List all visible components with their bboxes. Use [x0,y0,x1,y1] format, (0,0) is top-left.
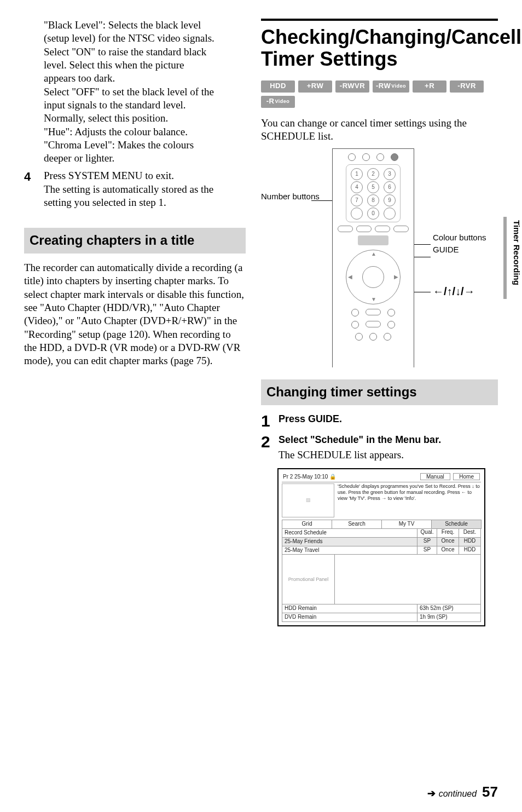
leader-line [414,257,431,257]
ss-tab-search: Search [332,520,382,529]
badge-minus-rvideo: -RVideo [261,96,295,108]
key-clear [351,208,363,220]
leader-line [414,292,431,292]
button-icon [366,309,381,315]
badge-minus-rwvideo: -RWVideo [373,80,409,93]
colour-blue-icon [393,226,409,232]
step-body: Press SYSTEM MENU to exit. The setting i… [44,169,213,209]
key-6: 6 [384,181,396,193]
key-2: 2 [367,168,379,180]
text-line: Select "ON" to raise the standard black [44,45,246,59]
button-icon [391,153,398,161]
ss-dvd-remain-label: DVD Remain [282,613,417,621]
label-number-buttons: Number buttons [261,191,320,201]
text-line: "Chroma Level": Makes the colours [44,139,246,152]
button-icon [376,153,384,161]
number-keypad: 123 456 789 0 [346,164,401,222]
ss-promo-area: Promotional Panel [282,555,481,604]
side-tab-label: Timer Recording [512,220,522,285]
ss-info-text: 'Schedule' displays programmes you've Se… [334,483,481,517]
ss-hdd-remain-label: HDD Remain [282,604,417,613]
continued-arrow-icon: ➔ [427,787,436,800]
ss-tab-grid: Grid [282,520,332,529]
text-line: setting you selected in step 1. [44,196,213,209]
direction-pad: ▲ ▼ ◀ ▶ [346,250,401,304]
ss-header-freq: Freq. [437,529,459,537]
badge-minus-rvr: -RVR [450,80,484,93]
key-7: 7 [351,194,363,206]
page-number: 57 [482,783,498,801]
button-icon [366,321,381,327]
text-line: Normally, select this position. [44,112,246,125]
key-4: 4 [351,181,363,193]
ss-header-record: Record Schedule [282,529,417,537]
arrow-down-icon: ▼ [371,296,376,303]
badge-subtext: Video [275,99,289,105]
text-line: level. Select this when the picture [44,59,246,72]
step-1: 1 Press GUIDE. [261,413,498,429]
ss-cell: HDD [459,538,480,546]
step-number: 2 [261,434,279,462]
step-number: 1 [261,413,279,429]
badge-minus-rwvr: -RWVR [335,80,369,93]
text-line: The setting is automatically stored as t… [44,183,213,196]
badge-text: -RW [376,82,391,91]
disc-badges: HDD +RW -RWVR -RWVideo +R -RVR -RVideo [261,80,498,108]
key-1: 1 [351,168,363,180]
key-3: 3 [384,168,396,180]
label-colour-buttons: Colour buttons [433,232,486,244]
step-number: 4 [24,169,44,209]
ss-header-qual: Qual. [417,529,437,537]
section-heading-changing: Changing timer settings [261,379,498,405]
page-footer: ➔ continued 57 [427,783,498,801]
label-text: Number buttons [261,192,320,201]
colour-yellow-icon [375,226,390,232]
ss-tab-schedule: Schedule [431,520,482,529]
colour-green-icon [356,226,372,232]
key-8: 8 [367,194,379,206]
schedule-screenshot: Pr 2 25-May 10:10 🔒 Manual Home ▧ 'Sched… [277,468,485,626]
arrow-up-icon: ▲ [371,251,376,258]
text-line: deeper or lighter. [44,152,246,165]
button-icon [351,309,359,316]
right-column: Checking/Changing/Cancelling Timer Setti… [261,19,498,626]
ss-row: 25-May Travel SP Once HDD [282,546,481,555]
power-icon [348,153,356,161]
key-0: 0 [367,208,379,220]
ss-cell: SP [417,538,437,546]
black-level-paragraph: "Black Level": Selects the black level (… [24,19,246,165]
step-heading: Press GUIDE. [279,413,342,425]
leader-line [414,244,431,245]
ss-header-dest: Dest. [459,529,480,537]
step-2: 2 Select "Schedule" in the Menu bar. The… [261,434,498,462]
ss-tab-mytv: My TV [381,520,432,529]
button-icon [369,333,377,341]
ss-hdd-remain-value: 63h 52m (SP) [417,604,480,613]
badge-plus-r: +R [413,80,446,93]
ss-cell: 25-May Travel [282,546,417,555]
intro-text: You can change or cancel timer settings … [261,117,498,143]
remote-diagram: Number buttons 123 456 789 0 [261,148,498,367]
badge-hdd: HDD [261,80,295,93]
side-tab: Timer Recording [503,217,522,299]
label-guide: GUIDE [433,244,486,256]
ss-header-row: Record Schedule Qual. Freq. Dest. [282,529,481,538]
ss-manual: Manual [420,473,450,480]
ss-dvd-remain: DVD Remain 1h 9m (SP) [282,613,481,622]
text-line: (setup level) for the NTSC video signals… [44,32,246,45]
ss-cell: 25-May Friends [282,538,417,546]
left-column: "Black Level": Selects the black level (… [24,19,246,626]
button-icon [384,333,391,341]
lock-icon: 🔒 [329,474,336,480]
label-direction-arrows: ←/↑/↓/→ [433,285,475,298]
button-icon [355,333,363,341]
step-heading: Select "Schedule" in the Menu bar. [279,434,441,446]
badge-text: -R [266,97,275,106]
ss-hdd-remain: HDD Remain 63h 52m (SP) [282,604,481,613]
text-line: "Hue": Adjusts the colour balance. [44,125,246,139]
badge-plus-rw: +RW [298,80,332,93]
key-5: 5 [367,181,379,193]
text-line: appears too dark. [44,72,246,85]
continued-label: continued [439,788,477,799]
text-line: Select "OFF" to set the black level of t… [44,85,246,99]
